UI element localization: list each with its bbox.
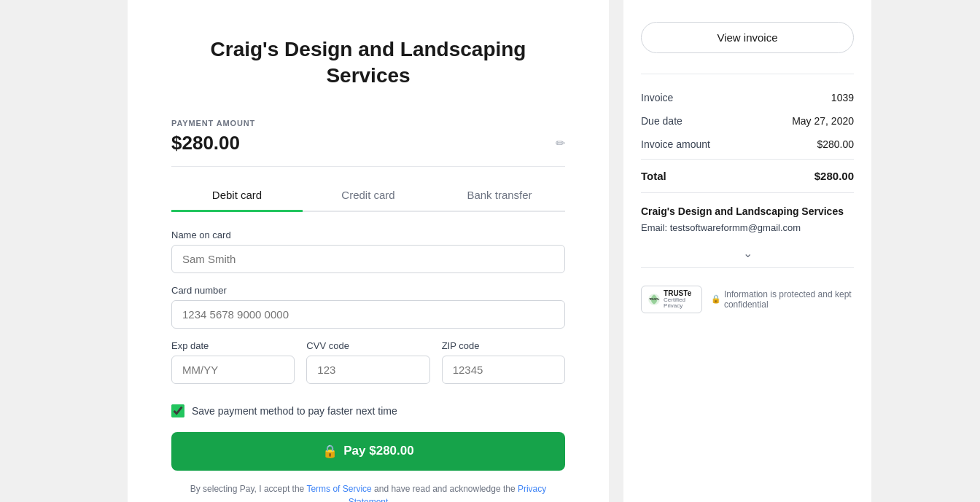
- zip-input[interactable]: [442, 356, 565, 384]
- truste-badge: TRUSTe TRUSTe Certified Privacy: [641, 286, 702, 314]
- trust-info-text: 🔒 Information is protected and kept conf…: [711, 289, 854, 310]
- tab-bank-transfer[interactable]: Bank transfer: [434, 181, 565, 212]
- exp-date-group: Exp date: [171, 340, 295, 384]
- lock-icon: 🔒: [322, 444, 338, 459]
- terms-of-service-link[interactable]: Terms of Service: [306, 484, 371, 494]
- cvv-input[interactable]: [306, 356, 429, 384]
- company-info-name: Craig's Design and Landscaping Services: [641, 205, 854, 219]
- view-invoice-button[interactable]: View invoice: [641, 22, 854, 53]
- invoice-row-due-date: Due date May 27, 2020: [641, 109, 854, 133]
- company-info-section: Craig's Design and Landscaping Services …: [641, 192, 854, 239]
- edit-icon[interactable]: ✏: [556, 136, 565, 150]
- name-on-card-label: Name on card: [171, 230, 565, 240]
- save-payment-row: Save payment method to pay faster next t…: [171, 404, 565, 417]
- invoice-row-number: Invoice 1039: [641, 86, 854, 109]
- tab-credit-card[interactable]: Credit card: [303, 181, 434, 212]
- company-info-email: Email: testsoftwareformm@gmail.com: [641, 222, 854, 233]
- invoice-row-amount: Invoice amount $280.00: [641, 133, 854, 156]
- card-details-row: Exp date CVV code ZIP code: [171, 340, 565, 384]
- payment-tabs: Debit card Credit card Bank transfer: [171, 181, 565, 212]
- save-payment-label: Save payment method to pay faster next t…: [192, 405, 397, 417]
- payment-amount-label: PAYMENT AMOUNT: [171, 119, 565, 128]
- exp-date-input[interactable]: [171, 356, 295, 384]
- name-on-card-input[interactable]: [171, 245, 565, 273]
- lock-small-icon: 🔒: [711, 294, 721, 304]
- cvv-label: CVV code: [306, 340, 429, 351]
- zip-group: ZIP code: [442, 340, 565, 384]
- invoice-details: Invoice 1039 Due date May 27, 2020 Invoi…: [641, 74, 854, 192]
- terms-text: By selecting Pay, I accept the Terms of …: [171, 482, 565, 502]
- pay-button[interactable]: 🔒 Pay $280.00: [171, 432, 565, 471]
- truste-logo-icon: TRUSTe: [648, 291, 661, 308]
- tab-debit-card[interactable]: Debit card: [171, 181, 303, 212]
- chevron-down-icon: ⌄: [743, 246, 752, 260]
- card-number-label: Card number: [171, 285, 565, 296]
- card-number-group: Card number: [171, 285, 565, 329]
- exp-date-label: Exp date: [171, 340, 295, 351]
- zip-label: ZIP code: [442, 340, 565, 351]
- name-on-card-group: Name on card: [171, 230, 565, 273]
- company-title: Craig's Design and Landscaping Services: [171, 36, 565, 90]
- svg-text:TRUSTe: TRUSTe: [649, 298, 659, 301]
- save-payment-checkbox[interactable]: [171, 404, 184, 417]
- pay-button-label: Pay $280.00: [343, 444, 413, 458]
- trust-section: TRUSTe TRUSTe Certified Privacy 🔒 Inform…: [641, 286, 854, 314]
- chevron-down-button[interactable]: ⌄: [641, 239, 854, 268]
- cvv-group: CVV code: [306, 340, 429, 384]
- payment-amount-value: $280.00: [171, 132, 240, 154]
- invoice-total-row: Total $280.00: [641, 159, 854, 192]
- card-number-input[interactable]: [171, 300, 565, 329]
